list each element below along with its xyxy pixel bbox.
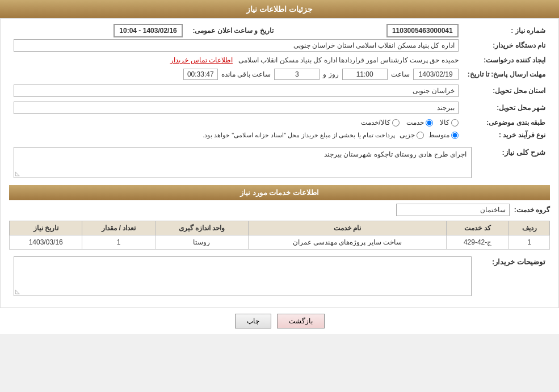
table-row: 1 ج-42-429 ساخت سایر پروژه‌های مهندسی عم…	[10, 235, 550, 250]
radio-khadamat[interactable]: خدمت	[406, 119, 433, 127]
cell-quantity: 1	[82, 235, 155, 250]
row-deadline: مهلت ارسال پاسخ: تا تاریخ: 1403/02/19 سا…	[9, 66, 550, 82]
deadline-label: مهلت ارسال پاسخ: تا تاریخ:	[463, 66, 550, 82]
need-number-label: شماره نیاز :	[463, 24, 550, 37]
service-group-label: گروه خدمت:	[514, 206, 550, 214]
resize-icon: ◺	[15, 170, 20, 176]
row-buyer-notes: توضیحات خریدار: ◺	[9, 254, 550, 298]
radio-jozvi-label: جزیی	[400, 131, 415, 139]
announce-date-box: 1403/02/16 - 10:04	[114, 24, 182, 37]
deadline-time-label: ساعت	[391, 70, 410, 78]
need-desc-label: شرح کلی نیاز:	[476, 145, 550, 180]
buyer-notes-table: توضیحات خریدار: ◺	[9, 254, 550, 298]
buttons-row: بازگشت چاپ	[0, 308, 559, 334]
services-table-header: ردیف کد خدمت نام خدمت واحد اندازه گیری ت…	[10, 221, 550, 235]
radio-kala-khadamat-label: کالا/خدمت	[361, 119, 390, 127]
creator-text: حمیده حق پرست کارشناس امور قراردادها ادا…	[238, 56, 459, 64]
row-process: نوع فرآیند خرید : متوسط جزیی	[9, 129, 550, 141]
process-note: پرداخت تمام یا بخشی از مبلغ خریداز محل "…	[203, 132, 395, 139]
radio-khadamat-input[interactable]	[426, 119, 433, 127]
process-label: نوع فرآیند خرید :	[463, 129, 550, 141]
buyer-notes-label: توضیحات خریدار:	[476, 254, 550, 298]
city-label: شهر محل تحویل:	[463, 99, 550, 116]
radio-kala-input[interactable]	[451, 119, 459, 127]
city-box: بیرجند	[14, 102, 459, 114]
deadline-remaining-box: 00:33:47	[183, 69, 218, 80]
radio-kala-khadamat-input[interactable]	[392, 119, 400, 127]
radio-khadamat-label: خدمت	[406, 119, 424, 127]
content-area: شماره نیاز : 1103005463000041 تاریخ و سا…	[0, 18, 559, 308]
province-value: خراسان جنوبی	[9, 82, 463, 99]
services-table-body: 1 ج-42-429 ساخت سایر پروژه‌های مهندسی عم…	[10, 235, 550, 250]
requester-box: اداره کل بنیاد مسکن انقلاب اسلامی استان …	[14, 39, 459, 52]
col-service-code: کد خدمت	[446, 221, 509, 235]
print-button[interactable]: چاپ	[235, 314, 271, 328]
need-desc-value: اجرای طرح هادی روستای تاجکوه شهرستان بیر…	[9, 145, 476, 180]
category-label: طبقه بندی موضوعی:	[463, 116, 550, 129]
row-province: استان محل تحویل: خراسان جنوبی	[9, 82, 550, 99]
services-title: اطلاعات خدمات مورد نیاز	[240, 188, 319, 197]
cell-date: 1403/03/16	[10, 235, 82, 250]
radio-jozvi[interactable]: جزیی	[400, 131, 424, 139]
deadline-days-box: 3	[274, 69, 320, 80]
radio-motavasset-input[interactable]	[451, 132, 459, 139]
service-group-row: گروه خدمت: ساختمان	[9, 204, 550, 216]
process-value: متوسط جزیی پرداخت تمام یا بخشی از مبلغ خ…	[9, 129, 463, 141]
row-requester: نام دستگاه خریدار: اداره کل بنیاد مسکن ا…	[9, 37, 550, 54]
need-desc-text: اجرای طرح هادی روستای تاجکوه شهرستان بیر…	[324, 150, 466, 158]
creator-label: ایجاد کننده درخواست:	[463, 54, 550, 66]
radio-motavasset[interactable]: متوسط	[428, 131, 459, 139]
radio-kala[interactable]: کالا	[440, 119, 459, 127]
need-number-box: 1103005463000041	[386, 24, 459, 37]
radio-kala-label: کالا	[440, 119, 449, 127]
contact-link[interactable]: اطلاعات تماس خریدار	[170, 56, 233, 64]
info-table: شماره نیاز : 1103005463000041 تاریخ و سا…	[9, 24, 550, 141]
province-label: استان محل تحویل:	[463, 82, 550, 99]
col-date: تاریخ نیاز	[10, 221, 82, 235]
col-quantity: تعداد / مقدار	[82, 221, 155, 235]
radio-jozvi-input[interactable]	[417, 132, 424, 139]
requester-value: اداره کل بنیاد مسکن انقلاب اسلامی استان …	[9, 37, 463, 54]
services-table-header-row: ردیف کد خدمت نام خدمت واحد اندازه گیری ت…	[10, 221, 550, 235]
row-need-number: شماره نیاز : 1103005463000041 تاریخ و سا…	[9, 24, 550, 37]
col-service-name: نام خدمت	[249, 221, 447, 235]
cell-unit: روستا	[155, 235, 248, 250]
cell-service-code: ج-42-429	[446, 235, 509, 250]
deadline-remaining-label: ساعت باقی مانده	[221, 70, 271, 78]
deadline-date-box: 1403/02/19	[413, 69, 459, 80]
deadline-row: 1403/02/19 ساعت 11:00 روز و 3 ساعت باقی …	[14, 69, 459, 80]
col-row-num: ردیف	[509, 221, 550, 235]
row-creator: ایجاد کننده درخواست: حمیده حق پرست کارشن…	[9, 54, 550, 66]
services-section-header: اطلاعات خدمات مورد نیاز	[9, 185, 550, 200]
back-button[interactable]: بازگشت	[277, 314, 325, 328]
buyer-notes-box: ◺	[14, 256, 472, 296]
process-row: متوسط جزیی پرداخت تمام یا بخشی از مبلغ خ…	[14, 131, 459, 139]
need-desc-table: شرح کلی نیاز: اجرای طرح هادی روستای تاجک…	[9, 145, 550, 180]
creator-value: حمیده حق پرست کارشناس امور قراردادها ادا…	[9, 54, 463, 66]
deadline-value: 1403/02/19 ساعت 11:00 روز و 3 ساعت باقی …	[9, 66, 463, 82]
announce-value: 1403/02/16 - 10:04	[9, 24, 187, 37]
main-wrapper: Ana Tender شماره نیاز : 1103005463000041…	[0, 18, 559, 308]
col-unit: واحد اندازه گیری	[155, 221, 248, 235]
requester-label: نام دستگاه خریدار:	[463, 37, 550, 54]
need-number-value: 1103005463000041	[278, 24, 463, 37]
cell-row-num: 1	[509, 235, 550, 250]
cell-service-name: ساخت سایر پروژه‌های مهندسی عمران	[249, 235, 447, 250]
row-category: طبقه بندی موضوعی: کالا/خدمت خدمت	[9, 116, 550, 129]
service-group-box: ساختمان	[396, 204, 510, 216]
section-title: جزئیات اطلاعات نیاز	[246, 5, 313, 14]
radio-kala-khadamat[interactable]: کالا/خدمت	[361, 119, 399, 127]
row-need-desc: شرح کلی نیاز: اجرای طرح هادی روستای تاجک…	[9, 145, 550, 180]
deadline-day-label: روز و	[323, 70, 338, 78]
section-header: جزئیات اطلاعات نیاز	[0, 0, 559, 18]
province-box: خراسان جنوبی	[14, 85, 459, 97]
services-table: ردیف کد خدمت نام خدمت واحد اندازه گیری ت…	[9, 221, 550, 250]
row-city: شهر محل تحویل: بیرجند	[9, 99, 550, 116]
category-value: کالا/خدمت خدمت کالا	[9, 116, 463, 129]
city-value: بیرجند	[9, 99, 463, 116]
page-container: جزئیات اطلاعات نیاز Ana Tender	[0, 0, 559, 334]
announce-label: تاریخ و ساعت اعلان عمومی:	[187, 24, 278, 37]
radio-motavasset-label: متوسط	[428, 131, 449, 139]
need-desc-box: اجرای طرح هادی روستای تاجکوه شهرستان بیر…	[14, 147, 472, 178]
category-radio-group: کالا/خدمت خدمت کالا	[14, 119, 459, 127]
